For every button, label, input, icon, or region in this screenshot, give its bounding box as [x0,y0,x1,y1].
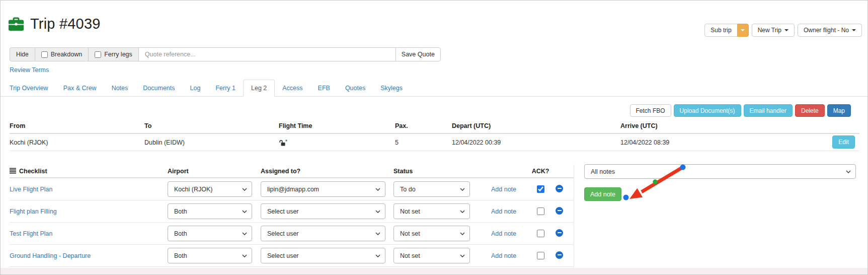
task-link[interactable]: Flight plan Filling [10,208,168,215]
tab-ferry-1[interactable]: Ferry 1 [208,80,243,96]
upload-documents-button[interactable]: Upload Document(s) [674,104,741,117]
trip-actions: Sub trip New Trip Owner flight - No [704,24,862,37]
chevron-down-icon [846,170,851,173]
checklist-row: Test Flight Plan Both Select user Not se… [10,223,574,245]
status-select[interactable]: To do [393,181,470,197]
tab-skylegs[interactable]: Skylegs [373,80,410,96]
new-trip-label: New Trip [758,27,781,34]
edit-button[interactable]: Edit [832,135,855,149]
caret-down-icon [852,29,856,31]
chevron-down-icon [242,232,247,235]
task-link[interactable]: Ground Handling - Departure [10,252,168,259]
delete-button[interactable]: Delete [795,104,825,117]
email-handler-button[interactable]: Email handler [744,104,793,117]
minus-circle-icon[interactable] [556,229,563,237]
breakdown-checkbox[interactable] [41,51,48,58]
sub-trip-dropdown-button[interactable] [737,24,749,37]
tab-trip-overview[interactable]: Trip Overview [2,80,56,96]
status-select-value: Not set [400,208,420,215]
col-pax: Pax. [395,122,452,129]
flight-time-note: * [285,139,287,145]
assigned-select[interactable]: Select user [261,203,385,219]
chevron-down-icon [375,232,380,235]
chevron-down-icon [375,254,380,257]
status-select[interactable]: Not set [393,203,470,219]
tab-access[interactable]: Access [275,80,310,96]
ack-checkbox[interactable] [537,185,544,193]
airport-select-value: Both [174,208,187,215]
checklist-row: Ground Handling - Departure Both Select … [10,245,574,267]
depart-value: 12/04/2022 00:39 [452,139,620,148]
map-button[interactable]: Map [827,104,851,117]
caret-down-icon [784,29,788,31]
tab-efb[interactable]: EFB [310,80,338,96]
minus-circle-icon[interactable] [556,251,563,259]
new-trip-button[interactable]: New Trip [752,24,795,37]
status-select[interactable]: Not set [393,226,470,241]
breakdown-toggle[interactable]: Breakdown [35,47,89,61]
flight-summary-table: From To Flight Time Pax. Depart (UTC) Ar… [10,122,859,151]
status-select-value: Not set [400,252,420,259]
ferry-legs-toggle[interactable]: Ferry legs [88,47,139,61]
tab-notes[interactable]: Notes [104,80,136,96]
airport-select[interactable]: Both [168,248,252,263]
list-icon [10,168,16,174]
tab-quotes[interactable]: Quotes [338,80,373,96]
sub-trip-button[interactable]: Sub trip [704,24,737,37]
ack-checkbox[interactable] [537,252,544,259]
leg-action-buttons: Fetch FBO Upload Document(s) Email handl… [630,104,851,117]
assigned-select[interactable]: Select user [261,248,385,263]
task-link[interactable]: Test Flight Plan [10,230,168,237]
tab-leg-2[interactable]: Leg 2 [243,80,275,97]
quote-toolbar: Hide Breakdown Ferry legs Save Quote [10,47,441,61]
add-note-link[interactable]: Add note [491,186,516,193]
page-bottom-strip [1,268,867,274]
arrive-value: 12/04/2022 08:39 [620,139,859,148]
airport-select[interactable]: Both [168,226,252,241]
col-to: To [144,122,279,129]
col-arrive: Arrive (UTC) [620,122,859,129]
airport-select[interactable]: Kochi (RJOK) [168,181,252,197]
fetch-fbo-button[interactable]: Fetch FBO [630,104,671,117]
add-note-link[interactable]: Add note [491,252,516,259]
chevron-down-icon [460,210,465,213]
task-link[interactable]: Live Flight Plan [10,186,168,193]
col-depart: Depart (UTC) [452,122,620,129]
status-select[interactable]: Not set [393,248,470,263]
owner-flight-button[interactable]: Owner flight - No [798,24,862,37]
checklist-header: Checklist Airport Assigned to? Status AC… [10,165,574,178]
notes-filter-select[interactable]: All notes [584,164,856,179]
chevron-down-icon [460,254,465,257]
briefcase-icon [9,17,24,31]
leg-tabs: Trip Overview Pax & Crew Notes Documents… [1,81,867,97]
sub-trip-split-button: Sub trip [704,24,748,37]
col-ack: ACK? [525,168,556,175]
review-terms-link[interactable]: Review Terms [10,66,49,74]
hide-button[interactable]: Hide [10,47,35,61]
tab-pax-crew[interactable]: Pax & Crew [56,80,104,96]
ack-checkbox[interactable] [537,208,544,215]
chevron-down-icon [242,254,247,257]
col-flight-time: Flight Time [279,122,395,129]
minus-circle-icon[interactable] [556,207,563,215]
assigned-select-value: Select user [267,230,299,237]
flight-row: Kochi (RJOK) Dublin (EIDW) * 5 12/04/202… [10,134,859,151]
add-note-link[interactable]: Add note [491,208,516,215]
airport-select-value: Kochi (RJOK) [174,186,212,193]
ferry-legs-checkbox[interactable] [95,51,101,58]
assigned-select[interactable]: Select user [261,226,385,241]
page-title: Trip #4039 [30,16,101,32]
notes-filter-value: All notes [591,168,615,175]
assigned-select[interactable]: lipin@jdmapp.com [261,181,385,197]
quote-reference-input[interactable] [138,47,396,61]
add-note-link[interactable]: Add note [491,230,516,237]
tab-documents[interactable]: Documents [135,80,182,96]
save-quote-button[interactable]: Save Quote [396,47,441,61]
minus-circle-icon[interactable] [556,185,563,192]
ack-checkbox[interactable] [537,230,544,237]
tab-log[interactable]: Log [183,80,208,96]
add-note-button[interactable]: Add note [584,187,621,201]
flight-time-value: * [279,139,395,148]
checklist-header-label: Checklist [19,168,47,175]
airport-select[interactable]: Both [168,203,252,219]
